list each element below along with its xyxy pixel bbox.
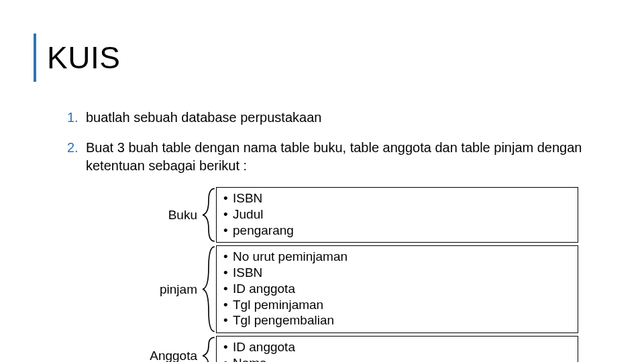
field-text: Tgl peminjaman [233, 297, 323, 313]
table-row: pinjam •No urut peminjaman •ISBN •ID ang… [114, 245, 597, 333]
list-number: 1. [67, 109, 86, 127]
tables-group: Buku •ISBN •Judul •pengarang pinjam •No … [114, 187, 597, 362]
field-item: •No urut peminjaman [223, 249, 571, 265]
brace-icon [201, 187, 216, 243]
table-fields-box: •ID anggota •Nama [216, 336, 578, 362]
list-item: 2. Buat 3 buah table dengan nama table b… [67, 139, 597, 175]
field-text: ID anggota [233, 281, 295, 297]
field-item: •Tgl peminjaman [223, 297, 571, 313]
numbered-list: 1. buatlah sebuah database perpustakaan … [34, 109, 597, 175]
table-fields-box: •No urut peminjaman •ISBN •ID anggota •T… [216, 245, 578, 333]
field-text: Judul [233, 206, 263, 223]
slide: KUIS 1. buatlah sebuah database perpusta… [0, 0, 644, 362]
title-block: KUIS [34, 34, 597, 82]
table-label: pinjam [114, 282, 201, 297]
field-item: •ID anggota [223, 281, 571, 297]
field-text: pengarang [233, 223, 294, 239]
slide-title: KUIS [47, 40, 120, 76]
field-item: •Tgl pengembalian [223, 312, 571, 328]
field-text: No urut peminjaman [233, 249, 347, 265]
field-item: •Nama [223, 355, 571, 362]
table-row: Anggota •ID anggota •Nama [114, 336, 597, 362]
list-text: Buat 3 buah table dengan nama table buku… [86, 139, 597, 175]
table-label: Buku [114, 208, 201, 223]
field-item: •ID anggota [223, 339, 571, 355]
field-text: Nama [233, 355, 267, 362]
table-fields-box: •ISBN •Judul •pengarang [216, 187, 578, 243]
brace-icon [201, 245, 216, 333]
field-item: •pengarang [223, 223, 571, 239]
list-text: buatlah sebuah database perpustakaan [86, 109, 597, 127]
field-text: ISBN [233, 265, 262, 281]
list-item: 1. buatlah sebuah database perpustakaan [67, 109, 597, 127]
table-label: Anggota [114, 349, 201, 362]
list-number: 2. [67, 139, 86, 175]
field-text: ID anggota [233, 339, 295, 355]
field-item: •ISBN [223, 265, 571, 281]
field-item: •Judul [223, 206, 571, 223]
title-accent-bar [34, 34, 36, 82]
field-text: Tgl pengembalian [233, 312, 334, 328]
brace-icon [201, 336, 216, 362]
field-item: •ISBN [223, 190, 571, 206]
field-text: ISBN [233, 190, 262, 206]
table-row: Buku •ISBN •Judul •pengarang [114, 187, 597, 243]
